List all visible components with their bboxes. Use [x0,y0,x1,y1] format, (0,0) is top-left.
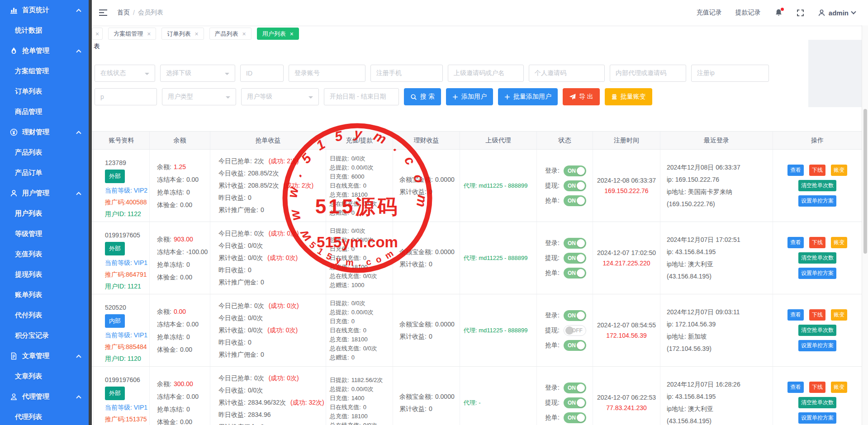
row-action-button[interactable]: 设置单控方案 [798,412,836,424]
row-action-button[interactable]: 账变 [831,309,847,321]
sidebar-item[interactable]: 等级管理 [0,224,89,244]
row-action-button[interactable]: 账变 [831,382,847,393]
row-action-button[interactable]: 查看 [787,382,804,393]
sidebar-item[interactable]: 用户列表 [0,203,89,224]
sidebar-group[interactable]: 代理管理 [0,387,89,407]
sidebar-item[interactable]: 提现列表 [0,264,89,285]
user-menu[interactable]: admin [818,9,855,17]
sidebar-item[interactable]: 订单列表 [0,81,89,102]
balance-line: 冻结本金:-100.00 [157,246,210,258]
page-tab[interactable]: 用户列表 [257,28,299,40]
collapse-sidebar-icon[interactable] [99,8,108,18]
sidebar-item[interactable]: 产品订单 [0,163,89,183]
row-action-button[interactable]: 账变 [831,165,847,176]
row-action-button[interactable]: 查看 [787,237,804,248]
status-toggle[interactable]: OFF [564,325,586,336]
sidebar-item[interactable]: 代理列表 [0,407,89,425]
batch-account-change-button[interactable]: 批量账变 [605,88,652,105]
status-toggle[interactable]: ON [564,165,586,176]
row-action-button[interactable]: 设置单控方案 [798,268,836,279]
filter-field[interactable]: 注册ip [691,65,769,82]
export-button[interactable]: 导 出 [563,88,600,105]
balance-line: 体验金:0.00 [157,343,210,356]
sidebar-item[interactable]: 方案组管理 [0,61,89,81]
withdraw-records-link[interactable]: 提款记录 [735,9,761,17]
fullscreen-icon[interactable] [797,9,804,17]
filter-field[interactable]: 内部代理或邀请码 [610,65,686,82]
sidebar-item[interactable]: 充值列表 [0,244,89,264]
row-action-button[interactable]: 查看 [787,165,804,176]
filter-field[interactable]: 开始日期 - 结束日期 [324,88,399,105]
sidebar-item[interactable]: 产品列表 [0,142,89,163]
sidebar-item[interactable]: 账单列表 [0,285,89,305]
row-action-button[interactable]: 清空抢单次数 [798,180,836,191]
status-row: 提现: ON [545,253,593,264]
sidebar-scrollbar[interactable] [89,0,92,425]
breadcrumb-home[interactable]: 首页 [117,9,130,17]
sidebar-item[interactable]: 积分宝记录 [0,326,89,346]
status-toggle[interactable]: ON [564,397,586,408]
filter-field[interactable]: ID [240,65,284,82]
row-action-button[interactable]: 下线 [809,309,825,321]
status-toggle[interactable]: ON [564,412,586,423]
sidebar-item[interactable]: 代付列表 [0,305,89,326]
recharge-records-link[interactable]: 充值记录 [697,9,722,17]
row-action-button[interactable]: 账变 [831,237,847,248]
add-user-button[interactable]: 添加用户 [446,88,493,105]
page-tab[interactable] [92,28,103,40]
status-toggle[interactable]: ON [564,195,586,206]
filter-field[interactable]: 登录账号 [289,65,365,82]
status-toggle[interactable]: ON [564,340,586,351]
sidebar-item[interactable]: 文章列表 [0,366,89,387]
recharge-line: 日充值:0 [330,245,393,254]
bell-icon[interactable] [774,9,783,17]
page-tab[interactable]: 订单列表 [161,28,204,40]
th-order-income: 抢单收益 [210,132,326,149]
status-toggle[interactable]: ON [564,310,586,321]
filter-field[interactable]: 选择下级 [160,65,235,82]
paper-plane-icon [569,94,576,100]
filter-field[interactable]: 用户类型 [162,88,236,105]
sidebar-item[interactable]: 商品管理 [0,102,89,122]
status-toggle[interactable]: ON [564,253,586,264]
search-button[interactable]: 搜 索 [404,88,441,105]
finance-line: 累计收益:0 [399,258,460,270]
row-action-button[interactable]: 下线 [809,165,825,176]
recharge-line: 总充值:18100 [330,412,393,421]
filter-field[interactable]: 上级邀请码或户名 [448,65,524,82]
page-tab[interactable]: 方案组管理 [108,28,156,40]
sidebar-group[interactable]: 首页统计 [0,0,89,20]
sidebar-group[interactable]: 理财管理 [0,122,89,142]
filter-field[interactable]: 注册手机 [370,65,443,82]
page-tab[interactable]: 产品列表 [209,28,251,40]
chevron-down-icon [851,9,856,14]
filter-field[interactable]: 个人邀请码 [529,65,605,82]
row-action-button[interactable]: 清空抢单次数 [798,325,836,336]
filter-field[interactable]: 用户等级 [241,88,319,105]
status-toggle[interactable]: ON [564,382,586,393]
status-toggle[interactable]: ON [564,238,586,249]
row-action-button[interactable]: 设置单控方案 [798,195,836,207]
page-scrollbar[interactable] [862,25,868,425]
row-action-button[interactable]: 下线 [809,237,825,248]
status-toggle[interactable]: ON [564,180,586,191]
row-action-button[interactable]: 查看 [787,309,804,321]
finance-line: 累计收益:0 [399,186,460,198]
cell-balance: 余额:903.00冻结本金:-100.00抢单冻结:0体验金:0.00 [150,222,210,294]
sidebar-group[interactable]: 用户管理 [0,183,89,203]
row-action-button[interactable]: 清空抢单次数 [798,397,836,408]
status-toggle[interactable]: ON [564,268,586,279]
row-action-button[interactable]: 清空抢单次数 [798,252,836,264]
row-action-button[interactable]: 设置单控方案 [798,340,836,351]
batch-add-user-button[interactable]: 批量添加用户 [498,88,558,105]
scrollbar-thumb[interactable] [863,109,867,254]
sidebar-item[interactable]: 统计数据 [0,20,89,41]
filter-field[interactable]: 在线状态 [95,65,155,82]
balance-line: 抢单冻结:0 [157,403,210,416]
recharge-line: 总充值:18100 [330,263,393,272]
filter-field[interactable]: p [95,88,157,105]
sidebar-group[interactable]: 文章管理 [0,346,89,366]
cell-finance-income: 余额宝金额:0.0000累计收益:0 [393,222,460,294]
sidebar-group[interactable]: 抢单管理 [0,41,89,61]
row-action-button[interactable]: 下线 [809,382,825,393]
